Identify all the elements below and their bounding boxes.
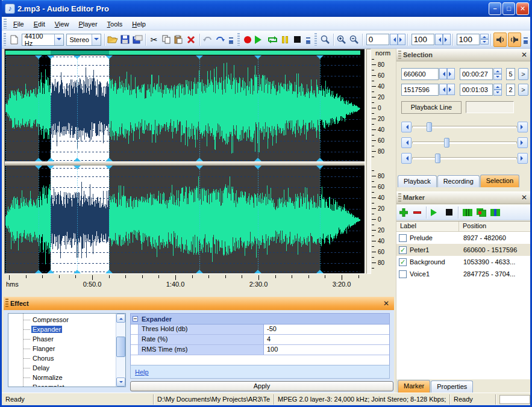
tab-selection[interactable]: Selection xyxy=(480,175,519,187)
slider-thumb[interactable] xyxy=(444,138,449,148)
menu-item-file[interactable]: File xyxy=(8,19,29,30)
effect-item-phaser[interactable]: Phaser xyxy=(8,334,116,344)
slider-thumb[interactable] xyxy=(435,154,440,163)
menu-item-edit[interactable]: Edit xyxy=(29,19,50,30)
toolbar-grip-3[interactable] xyxy=(315,33,317,45)
playback-line-field[interactable] xyxy=(466,101,514,113)
slider-thumb[interactable] xyxy=(427,122,432,132)
tab-marker[interactable]: Marker xyxy=(398,380,430,393)
effect-grip[interactable] xyxy=(5,299,8,308)
zoom-in-icon[interactable] xyxy=(336,33,348,47)
effect-list-scrollbar[interactable] xyxy=(116,314,125,387)
speaker-left-icon[interactable] xyxy=(493,33,507,47)
pause-icon[interactable] xyxy=(279,33,292,47)
close-button[interactable]: ✕ xyxy=(516,2,529,15)
title-bar[interactable]: ♪ 2.mp3 - Audio Editor Pro – □ ✕ xyxy=(0,0,532,17)
stop-marker-icon[interactable] xyxy=(442,206,456,219)
marker-checkbox[interactable] xyxy=(399,234,407,242)
menu-item-view[interactable]: View xyxy=(50,19,74,30)
volume-right-spinner[interactable] xyxy=(480,34,489,45)
tab-recording[interactable]: Recording xyxy=(437,175,480,187)
sample-rate-combo[interactable]: 44100 Hz xyxy=(22,34,64,46)
new-file-icon[interactable] xyxy=(8,33,20,47)
merge-region-icon[interactable] xyxy=(474,206,488,219)
selection-panel-header[interactable]: Selection ✕ xyxy=(396,49,532,61)
marker-row[interactable]: ✓Background1053390 - 4633... xyxy=(396,256,532,268)
waveform-channel-right[interactable] xyxy=(5,166,360,273)
maximize-button[interactable]: □ xyxy=(502,2,515,15)
property-row[interactable]: Rate (%)4 xyxy=(131,335,389,345)
cut-icon[interactable]: ✂ xyxy=(148,33,160,47)
apply-button[interactable]: Apply xyxy=(130,381,393,391)
marker-checkbox[interactable]: ✓ xyxy=(399,246,407,254)
property-value[interactable]: 100 xyxy=(264,345,389,355)
property-row[interactable]: Thres Hold (db)-50 xyxy=(131,325,389,335)
add-marker-icon[interactable] xyxy=(396,206,410,219)
speaker-right-icon[interactable] xyxy=(508,33,521,47)
effect-close-icon[interactable]: ✕ xyxy=(378,299,394,308)
property-grid-header[interactable]: Expander xyxy=(131,314,389,325)
effect-list[interactable]: CompressorExpanderPhaserFlangerChorusDel… xyxy=(8,313,126,387)
selection-end-time-field[interactable] xyxy=(460,84,493,96)
menu-item-tools[interactable]: Tools xyxy=(102,19,128,30)
marker-row[interactable]: Voice12847725 - 3704... xyxy=(396,268,532,280)
selection-close-icon[interactable]: ✕ xyxy=(516,51,532,59)
toolbar-grip-2[interactable] xyxy=(237,33,240,45)
marker-row[interactable]: Prelude8927 - 482060 xyxy=(396,232,532,244)
slider-right-icon[interactable] xyxy=(518,153,528,164)
selection-grip[interactable] xyxy=(398,51,401,59)
undo-icon[interactable] xyxy=(202,33,214,47)
vertical-zoom-slider[interactable] xyxy=(366,49,371,274)
scroll-down-icon[interactable] xyxy=(116,377,125,387)
tab-playback[interactable]: Playback xyxy=(398,175,437,187)
delete-icon[interactable] xyxy=(185,33,198,47)
position-field[interactable] xyxy=(366,34,389,45)
selection-slider-1[interactable] xyxy=(401,122,528,132)
selection-end-samples-field[interactable] xyxy=(401,84,439,96)
slider-left-icon[interactable] xyxy=(401,137,412,148)
selection-end-n-field[interactable] xyxy=(506,84,515,96)
split-region-icon[interactable] xyxy=(460,206,474,219)
copy-icon[interactable] xyxy=(160,33,173,47)
time-ruler[interactable]: hms 0:50.01:40.02:30.03:20.0 xyxy=(4,275,393,289)
remove-marker-icon[interactable] xyxy=(410,206,424,219)
selection-end-spinner[interactable] xyxy=(439,84,455,96)
open-icon[interactable] xyxy=(107,33,119,47)
volume-left-field[interactable] xyxy=(412,34,434,45)
effect-item-resamplet[interactable]: Resamplet xyxy=(8,382,116,387)
slider-right-icon[interactable] xyxy=(518,122,528,132)
position-spinner[interactable] xyxy=(390,34,405,45)
selection-start-spinner[interactable] xyxy=(439,68,455,80)
scroll-thumb[interactable] xyxy=(116,337,125,357)
effect-panel-header[interactable]: Effect ✕ xyxy=(4,297,394,310)
effect-item-flanger[interactable]: Flanger xyxy=(8,344,116,353)
overview-selection-segment[interactable] xyxy=(51,51,109,55)
selection-start-time-spinner[interactable] xyxy=(493,68,502,80)
save-all-icon[interactable] xyxy=(131,33,144,47)
label-column-header[interactable]: Label xyxy=(396,222,459,231)
channels-combo[interactable]: Stereo xyxy=(66,34,101,46)
collapse-icon[interactable] xyxy=(133,316,138,322)
effect-item-compressor[interactable]: Compressor xyxy=(8,315,116,325)
effect-item-normalize[interactable]: Normalize xyxy=(8,373,116,382)
selection-slider-3[interactable] xyxy=(401,153,528,164)
volume-right-field[interactable] xyxy=(457,34,480,45)
effect-item-chorus[interactable]: Chorus xyxy=(8,353,116,363)
selection-start-n-field[interactable] xyxy=(506,68,515,80)
stop-icon[interactable] xyxy=(291,33,304,47)
menu-grip[interactable] xyxy=(4,19,7,28)
play-icon[interactable] xyxy=(254,33,267,47)
menu-item-player[interactable]: Player xyxy=(74,19,102,30)
channels-dropdown-icon[interactable] xyxy=(92,34,101,45)
selection-end-time-spinner[interactable] xyxy=(493,84,502,96)
player-overflow-icon[interactable] xyxy=(305,33,311,47)
marker-close-icon[interactable]: ✕ xyxy=(516,193,532,202)
selection-slider-2[interactable] xyxy=(401,137,528,148)
marker-checkbox[interactable]: ✓ xyxy=(399,258,407,266)
marker-grip[interactable] xyxy=(398,193,401,202)
selection-end-go-button[interactable]: > xyxy=(518,84,528,96)
save-icon[interactable] xyxy=(119,33,131,47)
marker-row[interactable]: ✓Peter1660600 - 1517596 xyxy=(396,244,532,256)
slider-track[interactable] xyxy=(412,157,517,160)
menu-item-help[interactable]: Help xyxy=(127,19,151,30)
